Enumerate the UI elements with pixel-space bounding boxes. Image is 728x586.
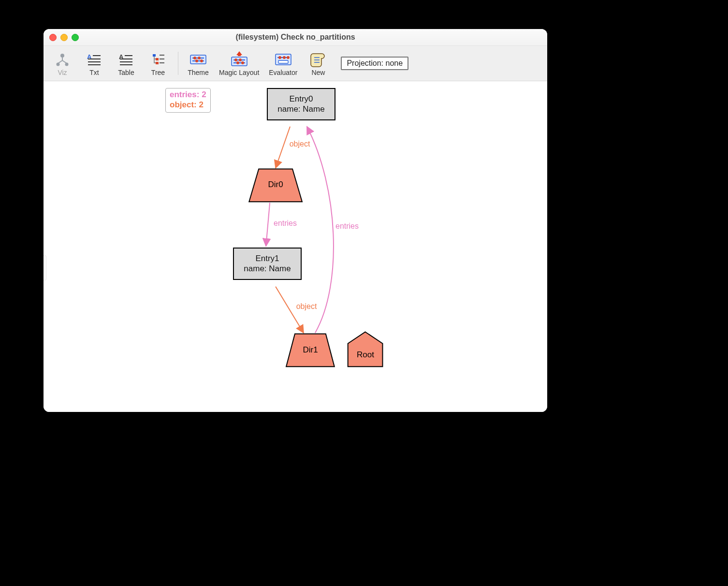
titlebar: (filesystem) Check no_partitions bbox=[44, 29, 547, 46]
txt-label: Txt bbox=[89, 69, 99, 76]
svg-point-37 bbox=[241, 61, 244, 64]
evaluator-button[interactable]: Evaluator bbox=[265, 49, 301, 77]
graph-canvas[interactable]: entries: 2 object: 2 bbox=[44, 81, 547, 412]
svg-point-26 bbox=[193, 57, 196, 59]
svg-point-36 bbox=[236, 61, 239, 64]
node-root-label: Root bbox=[357, 350, 374, 360]
svg-point-27 bbox=[198, 57, 201, 59]
new-label: New bbox=[311, 69, 325, 76]
svg-rect-43 bbox=[278, 60, 288, 63]
tree-icon bbox=[147, 51, 169, 68]
node-entry0[interactable]: Entry0 name: Name bbox=[267, 88, 335, 120]
label-edge-dir0-entry1: entries bbox=[274, 219, 297, 228]
theme-icon bbox=[188, 51, 209, 68]
viz-icon bbox=[52, 51, 73, 68]
new-button[interactable]: New bbox=[303, 49, 333, 77]
node-entry0-line2: name: Name bbox=[275, 104, 328, 114]
svg-point-0 bbox=[60, 54, 64, 58]
table-label: Table bbox=[118, 69, 134, 76]
viz-label: Viz bbox=[58, 69, 67, 76]
projection-box[interactable]: Projection: none bbox=[341, 57, 408, 70]
node-dir1-label: Dir1 bbox=[303, 345, 318, 355]
svg-point-34 bbox=[234, 59, 237, 61]
node-dir0-label: Dir0 bbox=[268, 180, 283, 190]
evaluator-icon bbox=[273, 51, 294, 68]
theme-label: Theme bbox=[188, 69, 209, 76]
close-icon[interactable] bbox=[49, 34, 57, 41]
toolbar-separator bbox=[178, 52, 178, 75]
scroll-icon bbox=[307, 51, 329, 68]
node-layer: Entry0 name: Name Entry1 name: Name Dir0… bbox=[44, 81, 547, 412]
table-button[interactable]: A Table bbox=[111, 49, 141, 77]
svg-rect-18 bbox=[156, 62, 159, 64]
svg-rect-16 bbox=[153, 54, 156, 57]
tree-button[interactable]: Tree bbox=[143, 49, 173, 77]
svg-marker-30 bbox=[236, 51, 242, 56]
zoom-icon[interactable] bbox=[72, 34, 79, 41]
app-window: (filesystem) Check no_partitions Viz A bbox=[44, 29, 547, 412]
node-entry0-line1: Entry0 bbox=[275, 94, 328, 104]
svg-point-40 bbox=[278, 56, 281, 59]
label-edge-entry0-dir0: object bbox=[290, 140, 310, 148]
magic-layout-icon bbox=[229, 51, 250, 68]
window-controls bbox=[49, 34, 79, 41]
svg-point-41 bbox=[283, 56, 286, 59]
node-entry1-line1: Entry1 bbox=[241, 253, 294, 264]
svg-point-5 bbox=[65, 63, 69, 66]
minimize-icon[interactable] bbox=[60, 34, 68, 41]
window-title: (filesystem) Check no_partitions bbox=[235, 33, 355, 42]
svg-point-4 bbox=[57, 63, 60, 66]
svg-rect-23 bbox=[190, 55, 206, 64]
svg-point-29 bbox=[200, 59, 203, 62]
svg-point-35 bbox=[239, 59, 242, 61]
txt-button[interactable]: A Txt bbox=[79, 49, 109, 77]
toolbar: Viz A Txt A bbox=[44, 46, 547, 81]
node-entry1-line2: name: Name bbox=[241, 264, 294, 274]
viz-button[interactable]: Viz bbox=[47, 49, 77, 77]
node-entry1[interactable]: Entry1 name: Name bbox=[233, 248, 302, 280]
svg-rect-17 bbox=[156, 58, 159, 60]
svg-point-42 bbox=[287, 56, 290, 59]
svg-point-28 bbox=[195, 59, 198, 62]
label-edge-dir1-entry0: entries bbox=[335, 222, 359, 231]
evaluator-label: Evaluator bbox=[269, 69, 297, 76]
svg-rect-31 bbox=[232, 57, 247, 66]
tree-label: Tree bbox=[151, 69, 165, 76]
magic-layout-button[interactable]: Magic Layout bbox=[215, 49, 263, 77]
theme-button[interactable]: Theme bbox=[183, 49, 213, 77]
table-icon: A bbox=[116, 51, 137, 68]
magic-layout-label: Magic Layout bbox=[219, 69, 259, 76]
label-edge-entry1-dir1: object bbox=[296, 302, 317, 311]
txt-icon: A bbox=[84, 51, 105, 68]
